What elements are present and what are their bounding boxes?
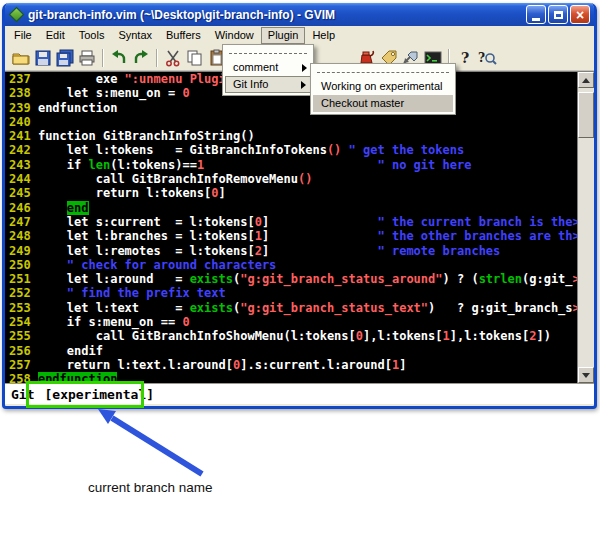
line-number: 246 bbox=[9, 201, 38, 215]
git-info-submenu: Working on experimental Checkout master bbox=[310, 63, 456, 115]
line-number: 237 bbox=[9, 72, 38, 86]
scrollbar-thumb[interactable] bbox=[578, 92, 594, 138]
line-number: 250 bbox=[9, 258, 38, 272]
code-line: 249 let l:remotes = l:tokens[2] " remote… bbox=[9, 244, 577, 258]
scroll-down-button[interactable] bbox=[578, 367, 594, 383]
print-icon[interactable] bbox=[76, 47, 98, 69]
plugin-dropdown-menu: comment Git Info bbox=[222, 44, 314, 96]
line-number: 244 bbox=[9, 172, 38, 186]
menu-bar: File Edit Tools Syntax Buffers Window Pl… bbox=[5, 26, 594, 45]
line-number: 243 bbox=[9, 158, 38, 172]
line-number: 242 bbox=[9, 143, 38, 157]
code-line: 257 return l:text.l:around[0].s:current.… bbox=[9, 358, 577, 372]
code-line: 251 let l:around = exists("g:git_branch_… bbox=[9, 272, 577, 286]
line-number: 248 bbox=[9, 229, 38, 243]
help-icon[interactable]: ? bbox=[454, 47, 476, 69]
find-help-icon[interactable]: ? bbox=[476, 47, 498, 69]
cut-icon[interactable] bbox=[162, 47, 184, 69]
line-number: 256 bbox=[9, 344, 38, 358]
submenu-arrow-icon bbox=[301, 81, 306, 89]
menu-buffers[interactable]: Buffers bbox=[159, 27, 208, 44]
annotation-caption: current branch name bbox=[88, 480, 213, 495]
code-line: 242 let l:tokens = GitBranchInfoTokens()… bbox=[9, 143, 577, 157]
submenu-arrow-icon bbox=[302, 64, 307, 72]
tearoff-handle[interactable] bbox=[317, 72, 449, 73]
menu-edit[interactable]: Edit bbox=[39, 27, 72, 44]
menu-item-working-on-experimental[interactable]: Working on experimental bbox=[313, 78, 453, 95]
tearoff-handle[interactable] bbox=[229, 53, 307, 54]
line-number: 251 bbox=[9, 272, 38, 286]
code-area[interactable]: 237 exe ":unmenu Plugin.Gi238 let s:menu… bbox=[5, 72, 577, 383]
annotation-arrow bbox=[50, 406, 220, 486]
code-line: 250 " check for around characters bbox=[9, 258, 577, 272]
copy-icon[interactable] bbox=[184, 47, 206, 69]
line-number: 257 bbox=[9, 358, 38, 372]
scroll-down-icon bbox=[582, 373, 590, 378]
open-file-icon[interactable] bbox=[10, 47, 32, 69]
menu-item-git-info[interactable]: Git Info bbox=[225, 76, 311, 93]
menu-help[interactable]: Help bbox=[305, 27, 342, 44]
line-number: 253 bbox=[9, 301, 38, 315]
window-title: git-branch-info.vim (~\Desktop\git-branc… bbox=[28, 8, 524, 22]
code-line: 252 " find the prefix text bbox=[9, 286, 577, 300]
code-line: 244 call GitBranchInfoRemoveMenu() bbox=[9, 172, 577, 186]
line-number: 247 bbox=[9, 215, 38, 229]
scroll-up-icon bbox=[582, 78, 590, 83]
code-line: 247 let s:current = l:tokens[0] " the cu… bbox=[9, 215, 577, 229]
code-line: 243 if len(l:tokens)==1 " no git here bbox=[9, 158, 577, 172]
minimize-button[interactable] bbox=[526, 5, 546, 24]
code-line: 256 endif bbox=[9, 344, 577, 358]
line-number: 245 bbox=[9, 186, 38, 200]
line-number: 240 bbox=[9, 115, 38, 129]
svg-text:?: ? bbox=[478, 51, 485, 65]
maximize-icon bbox=[554, 11, 563, 19]
menu-tools[interactable]: Tools bbox=[72, 27, 112, 44]
menu-item-checkout-master[interactable]: Checkout master bbox=[313, 95, 453, 112]
undo-icon[interactable] bbox=[108, 47, 130, 69]
close-button[interactable]: × bbox=[570, 5, 590, 24]
line-number: 241 bbox=[9, 129, 38, 143]
editor-region: 237 exe ":unmenu Plugin.Gi238 let s:menu… bbox=[5, 71, 594, 383]
line-number: 252 bbox=[9, 286, 38, 300]
menu-window[interactable]: Window bbox=[208, 27, 261, 44]
branch-highlight-box bbox=[26, 381, 144, 408]
code-line: 254 if s:menu_on == 0 bbox=[9, 315, 577, 329]
code-line: 240 bbox=[9, 115, 577, 129]
question-glyph: ? bbox=[461, 50, 469, 66]
menu-plugin[interactable]: Plugin bbox=[261, 27, 306, 44]
code-line: 239 endfunction bbox=[9, 101, 577, 115]
line-number: 254 bbox=[9, 315, 38, 329]
code-line: 245 return l:tokens[0] bbox=[9, 186, 577, 200]
code-line: 248 let l:branches = l:tokens[1] " the o… bbox=[9, 229, 577, 243]
toolbar-separator bbox=[156, 49, 158, 67]
code-line: 246 end bbox=[9, 201, 577, 215]
line-number: 255 bbox=[9, 329, 38, 343]
menu-item-comment[interactable]: comment bbox=[225, 59, 311, 76]
maximize-button[interactable] bbox=[548, 5, 568, 24]
minimize-icon bbox=[532, 18, 540, 21]
menu-syntax[interactable]: Syntax bbox=[111, 27, 159, 44]
menu-file[interactable]: File bbox=[7, 27, 39, 44]
scroll-up-button[interactable] bbox=[578, 72, 594, 88]
close-icon: × bbox=[576, 8, 584, 22]
toolbar-separator bbox=[102, 49, 104, 67]
line-number: 238 bbox=[9, 86, 38, 100]
redo-icon[interactable] bbox=[130, 47, 152, 69]
save-icon[interactable] bbox=[32, 47, 54, 69]
code-line: 253 let l:text = exists("g:git_branch_st… bbox=[9, 301, 577, 315]
title-bar[interactable]: git-branch-info.vim (~\Desktop\git-branc… bbox=[5, 3, 594, 26]
vim-icon bbox=[9, 7, 25, 23]
vertical-scrollbar[interactable] bbox=[577, 72, 594, 383]
line-number: 239 bbox=[9, 101, 38, 115]
code-line: 241 function GitBranchInfoString() bbox=[9, 129, 577, 143]
code-line: 255 call GitBranchInfoShowMenu(l:tokens[… bbox=[9, 329, 577, 343]
save-all-icon[interactable] bbox=[54, 47, 76, 69]
line-number: 249 bbox=[9, 244, 38, 258]
